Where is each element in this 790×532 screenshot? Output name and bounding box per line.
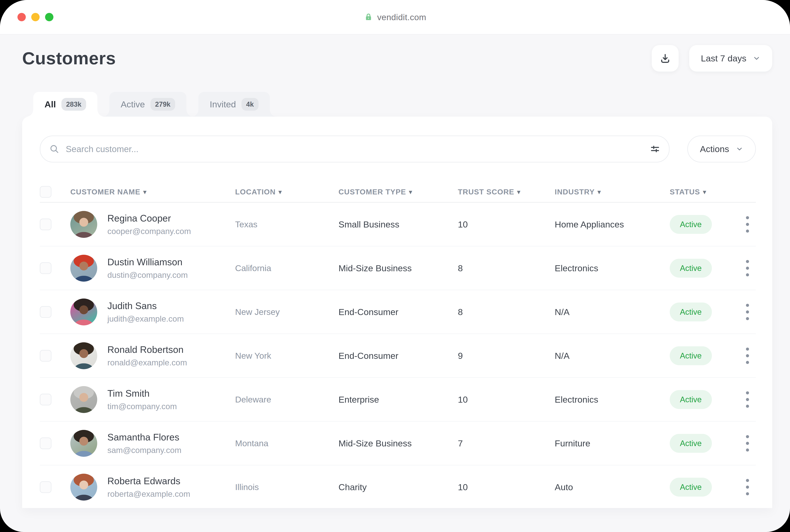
row-checkbox[interactable] [40,306,52,318]
tab-active[interactable]: Active 279k [109,92,187,117]
trust-score-cell: 10 [458,219,555,229]
kebab-menu-button[interactable] [742,433,753,454]
row-checkbox[interactable] [40,394,52,405]
status-badge: Active [670,259,712,278]
page-title: Customers [22,48,116,69]
customer-type-cell: Enterprise [339,395,458,405]
table-row[interactable]: Roberta Edwards roberta@example.com Illi… [40,465,756,509]
filter-sliders-icon [649,144,661,155]
search-bar [40,135,670,163]
row-checkbox[interactable] [40,438,52,449]
tabs: All 283k Active 279k Invited 4k [22,92,772,117]
table-row[interactable]: Tim Smith tim@company.com Deleware Enter… [40,378,756,421]
row-checkbox[interactable] [40,218,52,230]
avatar [70,386,97,413]
row-checkbox[interactable] [40,350,52,362]
location-cell: Texas [235,219,339,229]
select-all-checkbox[interactable] [40,186,52,198]
industry-cell: N/A [555,307,670,317]
table-row[interactable]: Judith Sans judith@example.com New Jerse… [40,290,756,334]
filter-button[interactable] [649,144,661,155]
minimize-window-button[interactable] [31,13,40,21]
toolbar: Actions [40,117,756,163]
customer-email: ronald@example.com [108,358,187,367]
avatar [70,299,97,325]
download-button[interactable] [652,45,679,72]
customer-name: Roberta Edwards [108,475,190,487]
trust-score-cell: 7 [458,438,555,449]
customer-email: dustin@company.com [108,270,188,280]
industry-cell: Electronics [555,395,670,405]
kebab-icon [744,347,751,364]
column-header-trust-score[interactable]: TRUST SCORE ▾ [458,188,555,196]
customer-email: roberta@example.com [108,489,190,499]
customer-type-cell: End-Consumer [339,351,458,361]
customer-type-cell: End-Consumer [339,307,458,317]
trust-score-cell: 10 [458,395,555,405]
customer-name: Judith Sans [108,300,184,311]
kebab-icon [744,216,751,233]
customer-type-cell: Mid-Size Business [339,263,458,273]
search-icon [49,144,60,154]
kebab-icon [744,478,751,496]
sort-arrow-icon: ▾ [703,189,707,195]
sort-arrow-icon: ▾ [517,189,521,195]
status-badge: Active [670,390,712,409]
tab-label: Active [121,99,145,109]
kebab-menu-button[interactable] [742,258,753,279]
industry-cell: Auto [555,482,670,492]
tab-count-badge: 4k [242,98,258,111]
kebab-menu-button[interactable] [742,389,753,410]
kebab-menu-button[interactable] [742,345,753,366]
sort-arrow-icon: ▾ [409,189,412,195]
sort-arrow-icon: ▾ [278,189,282,195]
avatar [70,211,97,238]
column-header-status[interactable]: STATUS ▾ [670,188,741,196]
table-row[interactable]: Ronald Robertson ronald@example.com New … [40,334,756,378]
location-cell: New York [235,351,339,361]
column-header-industry[interactable]: INDUSTRY ▾ [555,188,670,196]
status-badge: Active [670,434,712,453]
kebab-menu-button[interactable] [742,214,753,235]
customer-type-cell: Mid-Size Business [339,438,458,449]
tab-count-badge: 283k [61,98,86,111]
kebab-menu-button[interactable] [742,301,753,323]
customer-name: Ronald Robertson [108,344,187,355]
sort-arrow-icon: ▾ [598,189,601,195]
tab-count-badge: 279k [151,98,175,111]
zoom-window-button[interactable] [45,13,53,21]
sort-arrow-icon: ▾ [143,189,147,195]
table-row[interactable]: Dustin Williamson dustin@company.com Cal… [40,246,756,290]
avatar [70,342,97,369]
status-badge: Active [670,478,712,497]
column-header-customer-type[interactable]: CUSTOMER TYPE ▾ [339,188,458,196]
page-header: Customers Last 7 days [22,45,772,72]
customer-email: judith@example.com [108,314,184,324]
row-checkbox[interactable] [40,481,52,493]
customers-panel: Actions CUSTOMER NAME ▾ LOCATION ▾ CUSTO… [22,117,772,508]
table-row[interactable]: Samantha Flores sam@company.com Montana … [40,421,756,465]
actions-dropdown[interactable]: Actions [687,135,756,163]
kebab-icon [744,260,751,277]
search-input[interactable] [65,144,643,154]
column-header-customer-name[interactable]: CUSTOMER NAME ▾ [70,188,235,196]
column-header-location[interactable]: LOCATION ▾ [235,188,339,196]
trust-score-cell: 10 [458,482,555,492]
customer-email: cooper@company.com [108,227,191,236]
tab-label: All [44,99,56,109]
tab-all[interactable]: All 283k [33,92,97,117]
kebab-icon [744,391,751,408]
kebab-icon [744,303,751,321]
date-range-dropdown[interactable]: Last 7 days [689,45,772,72]
avatar [70,430,97,457]
window-controls [17,13,53,21]
row-checkbox[interactable] [40,262,52,274]
close-window-button[interactable] [17,13,26,21]
trust-score-cell: 9 [458,351,555,361]
industry-cell: Home Appliances [555,219,670,229]
kebab-menu-button[interactable] [742,477,753,498]
tab-invited[interactable]: Invited 4k [198,92,270,117]
address-bar[interactable]: vendidit.com [364,12,426,22]
table-row[interactable]: Regina Cooper cooper@company.com Texas S… [40,203,756,246]
location-cell: Montana [235,438,339,448]
